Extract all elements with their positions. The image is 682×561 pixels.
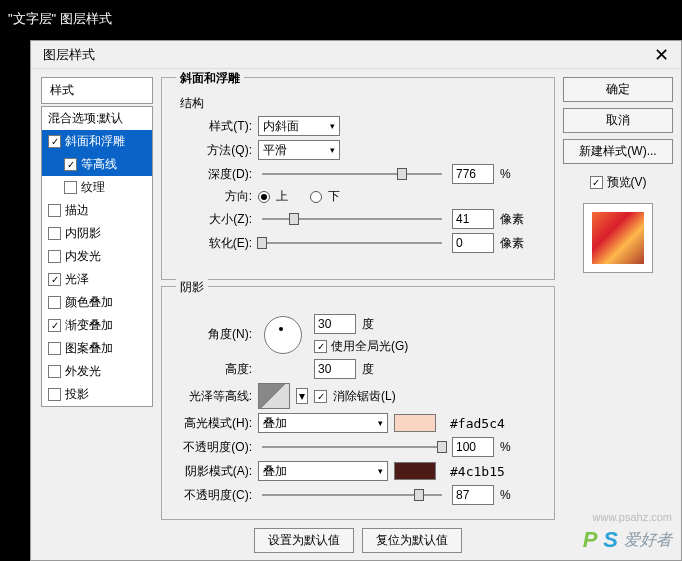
style-item-checkbox[interactable]	[48, 342, 61, 355]
direction-down-radio[interactable]	[310, 191, 322, 203]
gloss-contour-picker[interactable]	[258, 383, 290, 409]
style-item-label: 渐变叠加	[65, 317, 113, 334]
style-item-label: 纹理	[81, 179, 105, 196]
soften-unit: 像素	[500, 235, 524, 252]
style-item-8[interactable]: 渐变叠加	[42, 314, 152, 337]
blend-options-row[interactable]: 混合选项:默认	[42, 107, 152, 130]
right-column: 确定 取消 新建样式(W)... 预览(V)	[563, 77, 673, 552]
shadow-mode-select[interactable]: 叠加▾	[258, 461, 388, 481]
style-item-checkbox[interactable]	[48, 388, 61, 401]
angle-dial[interactable]	[264, 316, 302, 354]
shadow-opacity-input[interactable]	[452, 485, 494, 505]
highlight-mode-select[interactable]: 叠加▾	[258, 413, 388, 433]
structure-title: 结构	[176, 95, 208, 112]
new-style-button[interactable]: 新建样式(W)...	[563, 139, 673, 164]
preview-label: 预览(V)	[607, 174, 647, 191]
structure-group: 结构 样式(T): 内斜面▾ 方法(Q): 平滑▾ 深度(D):	[172, 95, 544, 263]
style-item-11[interactable]: 投影	[42, 383, 152, 406]
style-item-label: 斜面和浮雕	[65, 133, 125, 150]
style-item-label: 光泽	[65, 271, 89, 288]
style-item-checkbox[interactable]	[64, 158, 77, 171]
style-item-1[interactable]: 等高线	[42, 153, 152, 176]
ps-logo-s: S	[603, 527, 618, 553]
shadow-opacity-unit: %	[500, 488, 511, 502]
shadow-color-hex: #4c1b15	[450, 464, 505, 479]
settings-panel: 斜面和浮雕 结构 样式(T): 内斜面▾ 方法(Q): 平滑▾ 深度(D):	[161, 77, 555, 552]
style-item-10[interactable]: 外发光	[42, 360, 152, 383]
style-item-checkbox[interactable]	[48, 227, 61, 240]
chevron-down-icon: ▾	[378, 466, 383, 476]
ok-button[interactable]: 确定	[563, 77, 673, 102]
size-input[interactable]	[452, 209, 494, 229]
style-item-9[interactable]: 图案叠加	[42, 337, 152, 360]
style-item-0[interactable]: 斜面和浮雕	[42, 130, 152, 153]
ps-logo-p: P	[583, 527, 598, 553]
styles-list: 混合选项:默认 斜面和浮雕等高线纹理描边内阴影内发光光泽颜色叠加渐变叠加图案叠加…	[41, 106, 153, 407]
style-select[interactable]: 内斜面▾	[258, 116, 340, 136]
titlebar: 图层样式 ✕	[31, 41, 681, 69]
highlight-color-swatch[interactable]	[394, 414, 436, 432]
shadow-opacity-label: 不透明度(C):	[172, 487, 252, 504]
soften-slider[interactable]	[262, 235, 442, 251]
depth-input[interactable]	[452, 164, 494, 184]
style-item-checkbox[interactable]	[48, 250, 61, 263]
styles-header[interactable]: 样式	[41, 77, 153, 104]
watermark-url: www.psahz.com	[593, 511, 672, 523]
shadow-mode-label: 阴影模式(A):	[172, 463, 252, 480]
direction-label: 方向:	[172, 188, 252, 205]
depth-slider[interactable]	[262, 166, 442, 182]
chevron-down-icon: ▾	[330, 121, 335, 131]
style-item-6[interactable]: 光泽	[42, 268, 152, 291]
highlight-opacity-slider[interactable]	[262, 439, 442, 455]
styles-column: 样式 混合选项:默认 斜面和浮雕等高线纹理描边内阴影内发光光泽颜色叠加渐变叠加图…	[41, 77, 153, 552]
global-light-checkbox[interactable]	[314, 340, 327, 353]
antialias-label: 消除锯齿(L)	[333, 388, 396, 405]
style-item-label: 内发光	[65, 248, 101, 265]
style-item-checkbox[interactable]	[48, 204, 61, 217]
close-button[interactable]: ✕	[641, 41, 681, 69]
angle-input[interactable]	[314, 314, 356, 334]
antialias-checkbox[interactable]	[314, 390, 327, 403]
style-label: 样式(T):	[172, 118, 252, 135]
highlight-opacity-input[interactable]	[452, 437, 494, 457]
direction-up-radio[interactable]	[258, 191, 270, 203]
style-item-5[interactable]: 内发光	[42, 245, 152, 268]
chevron-down-icon: ▾	[378, 418, 383, 428]
altitude-input[interactable]	[314, 359, 356, 379]
shading-fieldset: 阴影 角度(N): 度 使用全局光(G)	[161, 286, 555, 520]
technique-select[interactable]: 平滑▾	[258, 140, 340, 160]
style-item-checkbox[interactable]	[48, 135, 61, 148]
highlight-color-hex: #fad5c4	[450, 416, 505, 431]
style-item-label: 外发光	[65, 363, 101, 380]
watermark-text: 爱好者	[624, 530, 672, 551]
style-item-checkbox[interactable]	[48, 273, 61, 286]
style-item-label: 颜色叠加	[65, 294, 113, 311]
preview-checkbox[interactable]	[590, 176, 603, 189]
style-item-checkbox[interactable]	[48, 319, 61, 332]
style-item-4[interactable]: 内阴影	[42, 222, 152, 245]
style-item-3[interactable]: 描边	[42, 199, 152, 222]
soften-label: 软化(E):	[172, 235, 252, 252]
cancel-button[interactable]: 取消	[563, 108, 673, 133]
style-item-checkbox[interactable]	[64, 181, 77, 194]
size-slider[interactable]	[262, 211, 442, 227]
style-item-checkbox[interactable]	[48, 296, 61, 309]
make-default-button[interactable]: 设置为默认值	[254, 528, 354, 553]
angle-unit: 度	[362, 316, 374, 333]
technique-label: 方法(Q):	[172, 142, 252, 159]
shadow-opacity-slider[interactable]	[262, 487, 442, 503]
layer-style-dialog: 图层样式 ✕ 样式 混合选项:默认 斜面和浮雕等高线纹理描边内阴影内发光光泽颜色…	[30, 40, 682, 561]
page-title: "文字层" 图层样式	[0, 0, 682, 38]
style-item-label: 等高线	[81, 156, 117, 173]
style-item-checkbox[interactable]	[48, 365, 61, 378]
style-item-2[interactable]: 纹理	[42, 176, 152, 199]
shadow-color-swatch[interactable]	[394, 462, 436, 480]
chevron-down-icon[interactable]: ▾	[296, 388, 308, 404]
highlight-opacity-unit: %	[500, 440, 511, 454]
style-item-7[interactable]: 颜色叠加	[42, 291, 152, 314]
soften-input[interactable]	[452, 233, 494, 253]
style-item-label: 图案叠加	[65, 340, 113, 357]
watermark: PS 爱好者	[583, 527, 672, 553]
reset-default-button[interactable]: 复位为默认值	[362, 528, 462, 553]
altitude-unit: 度	[362, 361, 374, 378]
